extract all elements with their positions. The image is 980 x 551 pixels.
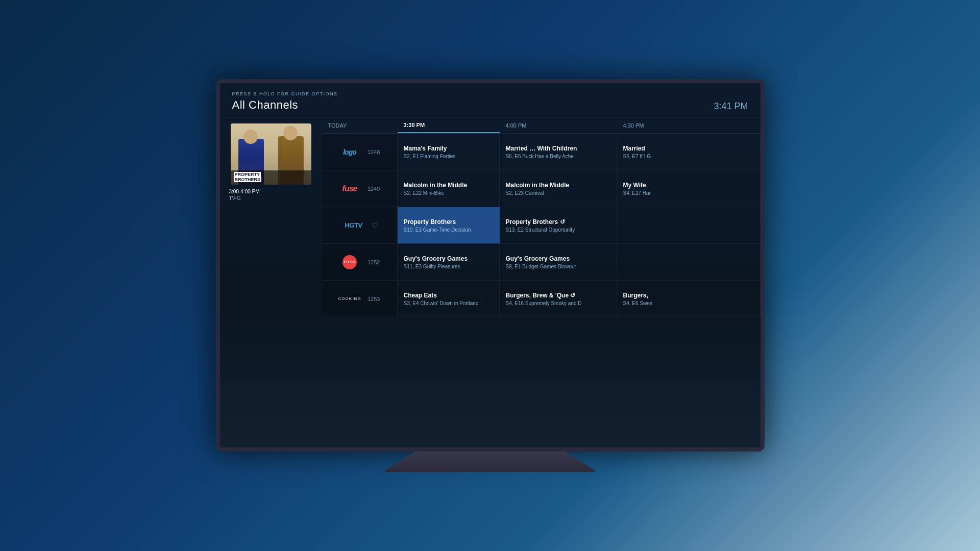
favorite-heart-icon[interactable]: ♡ [372,221,378,230]
preview-info: 3:00-4:00 PM TV-G [220,189,322,201]
tv-frame: PRESS & HOLD FOR GUIDE OPTIONS All Chann… [216,79,765,452]
program-episode: S4, E6 Swee [623,300,754,306]
program-food-3[interactable] [617,244,761,280]
channel-row-food: food 1252 Guy's Grocery Games S11, E3 Gu… [322,244,761,281]
preview-overlay: PROPERTY BROTHERS [231,170,311,185]
program-title: Burgers, [623,292,754,299]
channel-programs-food: Guy's Grocery Games S11, E3 Guilty Pleas… [398,244,761,280]
hgtv-icon: HGTV [345,221,362,229]
time-slot-today: TODAY [322,117,398,133]
channel-programs-fuse: Malcolm in the Middle S2, E22 Mini-Bike … [398,170,761,207]
channel-row-cooking: COOKING 1253 Cheap Eats S3, E4 Chowin' D… [322,281,761,317]
program-episode: S10, E3 Game-Time Decision [404,227,494,233]
fuse-icon: fuse [342,184,357,193]
channel-row-logo: logo 1248 Mama's Family S2, E1 Flaming F… [322,134,761,170]
channel-info-logo: logo 1248 [322,134,398,170]
guide-header-left: PRESS & HOLD FOR GUIDE OPTIONS All Chann… [232,91,338,112]
guide-title: All Channels [232,98,338,112]
cooking-channel-logo: COOKING [337,292,362,306]
guide-current-time: 3:41 PM [714,101,748,112]
food-icon: food [342,255,357,269]
program-married-with-children[interactable]: Married … With Children S6, E6 Buck Has … [500,134,617,170]
program-title: Burgers, Brew & 'Que ↺ [506,292,610,299]
channel-info-cooking: COOKING 1253 [322,281,398,317]
program-malcolm-1[interactable]: Malcolm in the Middle S2, E22 Mini-Bike [398,170,500,207]
program-title: Cheap Eats [404,292,493,299]
program-married-2[interactable]: Married S6, E7 If I G [617,134,761,170]
program-cheap-eats[interactable]: Cheap Eats S3, E4 Chowin' Down in Portla… [398,281,500,317]
program-title: Property Brothers ↺ [506,218,610,226]
program-episode: S9, E1 Budget Games Blowout [506,264,610,269]
program-episode: S11, E3 Guilty Pleasures [404,264,493,269]
food-channel-logo: food [337,255,362,269]
preview-show-name: PROPERTY BROTHERS [234,172,308,183]
program-episode: S6, E6 Buck Has a Belly Ache [506,154,610,159]
program-title: My Wife [623,182,754,189]
program-title: Married … With Children [506,145,610,152]
guide-subtitle: PRESS & HOLD FOR GUIDE OPTIONS [232,91,338,96]
program-title: Malcolm in the Middle [404,182,493,189]
guide-content: PROPERTY BROTHERS 3:00-4:00 PM TV-G [220,117,761,447]
logo-channel-logo: logo [337,145,362,159]
preview-rating: TV-G [229,195,313,201]
program-episode: S2, E23 Carnival [506,190,610,196]
program-episode: S3, E4 Chowin' Down in Portland [404,300,493,306]
guide-header: PRESS & HOLD FOR GUIDE OPTIONS All Chann… [220,83,761,117]
preview-image: PROPERTY BROTHERS [231,123,311,185]
program-property-brothers-selected[interactable]: Property Brothers S10, E3 Game-Time Deci… [398,207,500,243]
program-guys-grocery-2[interactable]: Guy's Grocery Games S9, E1 Budget Games … [500,244,617,280]
time-slot-330[interactable]: 3:30 PM [398,117,500,133]
channel-info-food: food 1252 [322,244,398,280]
program-title: Guy's Grocery Games [404,255,493,262]
program-guys-grocery-1[interactable]: Guy's Grocery Games S11, E3 Guilty Pleas… [398,244,500,280]
channel-row-fuse: fuse 1249 Malcolm in the Middle S2, E22 … [322,170,761,207]
logo-icon: logo [343,148,356,156]
channel-number-logo: 1248 [368,149,382,155]
channel-number-fuse: 1249 [368,186,382,192]
channels-list: logo 1248 Mama's Family S2, E1 Flaming F… [322,134,761,447]
program-title: Guy's Grocery Games [506,255,610,262]
channel-info-fuse: fuse 1249 [322,170,398,207]
channel-number-cooking: 1253 [368,296,382,302]
program-title: Mama's Family [404,145,493,152]
preview-time: 3:00-4:00 PM [229,189,313,194]
program-hgtv-3[interactable] [617,207,761,243]
channel-programs-hgtv: Property Brothers S10, E3 Game-Time Deci… [398,207,761,243]
time-header: TODAY 3:30 PM 4:00 PM 4:30 PM [322,117,761,134]
program-episode: S13, E2 Structural Opportunity [506,227,610,233]
program-property-brothers-2[interactable]: Property Brothers ↺ S13, E2 Structural O… [500,207,617,243]
preview-panel: PROPERTY BROTHERS 3:00-4:00 PM TV-G [220,117,322,447]
program-malcolm-2[interactable]: Malcolm in the Middle S2, E23 Carnival [500,170,617,207]
hgtv-channel-logo: HGTV [341,218,366,233]
time-slot-430[interactable]: 4:30 PM [617,117,761,133]
channel-number-food: 1252 [368,259,382,265]
program-mamas-family[interactable]: Mama's Family S2, E1 Flaming Forties [398,134,500,170]
program-title: Malcolm in the Middle [506,182,610,189]
program-episode: S2, E22 Mini-Bike [404,190,493,196]
program-title: Married [623,145,754,152]
channel-programs-cooking: Cheap Eats S3, E4 Chowin' Down in Portla… [398,281,761,317]
channel-row-hgtv: HGTV ♡ Property Brothers S10, E3 Game-Ti… [322,207,761,244]
program-burgers-brew-2[interactable]: Burgers, S4, E6 Swee [617,281,761,317]
time-slot-400[interactable]: 4:00 PM [500,117,617,133]
cooking-icon: COOKING [338,296,361,301]
schedule-panel: TODAY 3:30 PM 4:00 PM 4:30 PM [322,117,761,447]
program-episode: S4, E27 Har [623,190,754,196]
program-my-wife[interactable]: My Wife S4, E27 Har [617,170,761,207]
program-burgers-brew-1[interactable]: Burgers, Brew & 'Que ↺ S4, E16 Supremely… [500,281,617,317]
channel-programs-logo: Mama's Family S2, E1 Flaming Forties Mar… [398,134,761,170]
program-episode: S2, E1 Flaming Forties [404,154,493,159]
guide-container: PRESS & HOLD FOR GUIDE OPTIONS All Chann… [220,83,761,447]
channel-info-hgtv: HGTV ♡ [322,207,398,243]
tv-stand [383,452,597,472]
program-title: Property Brothers [404,218,494,226]
program-episode: S6, E7 If I G [623,154,754,159]
program-episode: S4, E16 Supremely Smoky and D [506,300,610,306]
fuse-channel-logo: fuse [337,182,362,196]
